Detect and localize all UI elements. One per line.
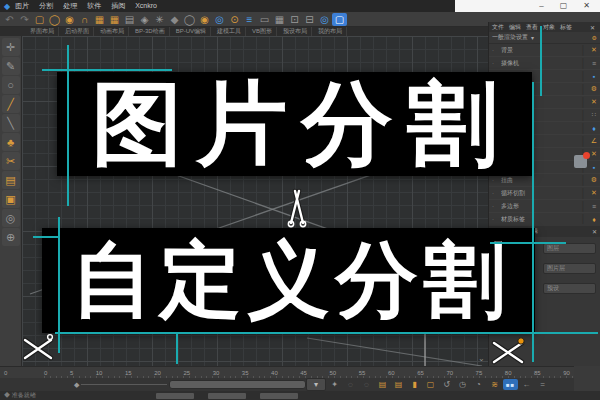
timeline-ruler[interactable]: 0 051015202530354045505560657075808590 xyxy=(0,366,574,378)
object-manager-menu-item[interactable]: 对象 xyxy=(543,23,555,32)
transport-icon[interactable]: ← xyxy=(519,379,534,390)
transport-icon[interactable]: ◌ xyxy=(343,379,358,390)
tool-button[interactable]: ✎ xyxy=(2,57,20,75)
object-row[interactable]: · 背景 │ ✕ xyxy=(489,44,600,57)
visibility-toggle[interactable]: · xyxy=(492,203,501,209)
toolbar-icon[interactable]: ◎ xyxy=(212,13,227,26)
transport-icon[interactable]: ▾ xyxy=(306,378,326,391)
layout-tab[interactable]: 启动界面 xyxy=(61,27,94,36)
tool-button[interactable]: ╲ xyxy=(2,114,20,132)
visibility-toggle[interactable]: · xyxy=(492,60,501,66)
toolbar-icon[interactable]: ◉ xyxy=(197,13,212,26)
chevron-down-icon[interactable]: ▾ xyxy=(531,34,534,41)
object-tag-icon[interactable]: ♦ xyxy=(588,216,600,223)
transport-icon[interactable]: ◔ xyxy=(471,379,486,390)
toolbar-icon[interactable]: ▦ xyxy=(107,13,122,26)
transport-icon[interactable]: = xyxy=(535,379,550,390)
toolbar-icon[interactable]: ◎ xyxy=(317,13,332,26)
object-manager-menu-item[interactable]: 查看 xyxy=(526,23,538,32)
attribute-input[interactable]: 图层 xyxy=(543,243,596,254)
object-tag-icon[interactable]: ≡ xyxy=(588,60,600,67)
menu-item[interactable]: 图片 xyxy=(15,0,29,12)
toolbar-icon[interactable]: ▭ xyxy=(257,13,272,26)
toolbar-icon[interactable]: ≡ xyxy=(242,13,257,26)
object-tag-icon[interactable]: ⚙ xyxy=(588,176,600,184)
object-tag-icon[interactable]: ♦ xyxy=(588,125,600,132)
transport-icon[interactable]: ▤ xyxy=(375,379,390,390)
material-slot[interactable] xyxy=(260,393,298,399)
minimize-button[interactable]: – xyxy=(539,0,543,12)
menu-item[interactable]: 处理 xyxy=(63,0,77,12)
tool-button[interactable]: ╱ xyxy=(2,95,20,113)
tool-button[interactable]: ⊕ xyxy=(2,228,20,246)
object-tag-icon[interactable]: ▪ xyxy=(588,164,600,171)
keyframe-diamond-icon[interactable]: ◆ xyxy=(74,381,79,389)
attribute-input[interactable]: 图片层 xyxy=(543,263,596,274)
toolbar-icon[interactable]: ↷ xyxy=(17,13,32,26)
transport-icon[interactable]: ≋ xyxy=(487,379,502,390)
toolbar-icon[interactable]: ◯ xyxy=(182,13,197,26)
object-row[interactable]: · 材质标签 │ ♦ xyxy=(489,213,600,224)
tool-button[interactable]: ◎ xyxy=(2,209,20,227)
transport-icon[interactable]: ▮ xyxy=(407,379,422,390)
object-tag-icon[interactable]: ≡ xyxy=(588,203,600,210)
layout-tab[interactable]: 建模工具 xyxy=(213,27,246,36)
visibility-toggle[interactable]: · xyxy=(492,47,501,53)
layout-tab[interactable]: 我的布局 xyxy=(314,27,347,36)
render-tag-icon[interactable] xyxy=(574,155,587,168)
material-slot[interactable] xyxy=(156,393,194,399)
material-slot[interactable] xyxy=(208,393,246,399)
attribute-input[interactable]: 预设 xyxy=(543,283,596,294)
object-manager-menu-item[interactable]: 编辑 xyxy=(509,23,521,32)
tool-button[interactable]: ✛ xyxy=(2,38,20,56)
toolbar-icon[interactable]: ✳ xyxy=(152,13,167,26)
menu-item[interactable]: 软件 xyxy=(87,0,101,12)
object-tag-icon[interactable]: ▪ xyxy=(588,73,600,80)
maximize-button[interactable]: ▢ xyxy=(560,0,568,12)
layout-tab[interactable]: 界面布局 xyxy=(26,27,59,36)
slider-bar[interactable] xyxy=(169,380,306,389)
layout-tab[interactable]: BP-3D绘画 xyxy=(131,27,170,36)
object-manager-menu-item[interactable]: 标签 xyxy=(560,23,572,32)
tool-button[interactable]: ♣ xyxy=(2,133,20,151)
object-tag-icon[interactable]: ⚙ xyxy=(588,85,600,93)
object-manager-filter[interactable]: 一般渲染设置 ▾ ⚙ xyxy=(489,32,600,44)
visibility-toggle[interactable]: · xyxy=(492,177,501,183)
layout-tab[interactable]: 预设布局 xyxy=(279,27,312,36)
tool-button[interactable]: ▣ xyxy=(2,190,20,208)
object-manager-menu-item[interactable]: 文件 xyxy=(492,23,504,32)
transport-icon[interactable]: ▤ xyxy=(391,379,406,390)
toolbar-icon[interactable]: ↶ xyxy=(2,13,17,26)
object-row[interactable]: · 多边形 │ ≡ xyxy=(489,200,600,213)
tool-button[interactable]: ○ xyxy=(2,76,20,94)
visibility-toggle[interactable]: · xyxy=(492,190,501,196)
object-tag-icon[interactable]: ∷ xyxy=(588,111,600,119)
range-slider[interactable]: ◆ xyxy=(0,380,306,389)
toolbar-icon[interactable]: ◯ xyxy=(47,13,62,26)
toolbar-icon[interactable]: ▦ xyxy=(92,13,107,26)
toolbar-icon[interactable]: ⊡ xyxy=(287,13,302,26)
toolbar-icon[interactable]: ▢ xyxy=(332,13,347,26)
menu-item[interactable]: 分割 xyxy=(39,0,53,12)
viewport-corner-handle[interactable]: ⌄ xyxy=(478,354,485,363)
toolbar-icon[interactable]: ▦ xyxy=(272,13,287,26)
transport-icon[interactable]: ↺ xyxy=(439,379,454,390)
toolbar-icon[interactable]: ⊟ xyxy=(302,13,317,26)
transport-icon[interactable]: ■■ xyxy=(503,379,518,390)
object-manager-close-icon[interactable]: ✕ xyxy=(590,24,595,31)
visibility-toggle[interactable]: · xyxy=(492,216,501,222)
transport-icon[interactable]: ◷ xyxy=(455,379,470,390)
attribute-close-icon[interactable]: ✕ xyxy=(592,228,597,235)
transport-icon[interactable]: ▢ xyxy=(423,379,438,390)
tool-button[interactable]: ✂ xyxy=(2,152,20,170)
layout-tab[interactable]: VB图形 xyxy=(248,27,277,36)
transport-icon[interactable]: ✦ xyxy=(327,379,342,390)
object-tag-icon[interactable]: ✕ xyxy=(588,98,600,106)
toolbar-icon[interactable]: ◈ xyxy=(137,13,152,26)
object-tag-icon[interactable]: ∠ xyxy=(588,137,600,145)
tool-button[interactable]: ▤ xyxy=(2,171,20,189)
object-tag-icon[interactable]: ✕ xyxy=(588,46,600,54)
object-row[interactable]: · 循环切割 │ ✕ xyxy=(489,187,600,200)
toolbar-icon[interactable]: ◉ xyxy=(62,13,77,26)
toolbar-icon[interactable]: ◆ xyxy=(167,13,182,26)
